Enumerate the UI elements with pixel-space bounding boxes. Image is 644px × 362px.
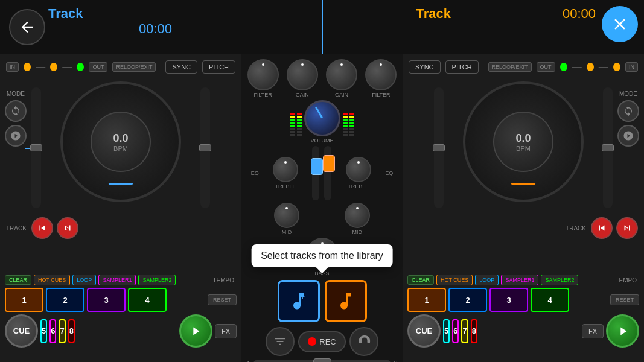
filter-right-label: FILTER [372, 92, 390, 98]
track-right-label: Track [416, 6, 451, 22]
right-pitch-slider[interactable] [603, 87, 613, 208]
right-cue-button[interactable]: CUE [407, 314, 441, 348]
right-track-label: TRACK [566, 225, 586, 232]
right-play-button[interactable] [606, 314, 639, 348]
right-pad-8[interactable]: 8 [471, 319, 477, 343]
left-jog-marker [109, 183, 133, 185]
left-hot-cues-tab[interactable]: HOT CUES [34, 275, 70, 285]
left-pad-5[interactable]: 5 [40, 319, 47, 343]
right-pad-4[interactable]: 4 [531, 288, 569, 312]
left-jog-display: 0.0 BPM [91, 112, 151, 172]
right-out-button[interactable]: OUT [537, 62, 555, 72]
library-tooltip: Select tracks from the library [251, 244, 393, 267]
volume-knob-section[interactable]: VOLUME [304, 100, 340, 144]
headphones-button[interactable] [349, 327, 378, 356]
left-clear-button[interactable]: CLEAR [5, 275, 31, 285]
right-sampler1-tab[interactable]: SAMPLER1 [501, 275, 538, 285]
right-pad-2[interactable]: 2 [448, 288, 487, 312]
tooltip-text: Select tracks from the library [261, 250, 383, 261]
left-loop-tab[interactable]: LOOP [72, 275, 96, 285]
left-track-label: TRACK [6, 225, 27, 232]
left-next-button[interactable] [57, 217, 78, 239]
filter-left-knob[interactable]: FILTER [247, 59, 279, 98]
right-mode-btn-2[interactable] [617, 125, 639, 147]
filter-right-knob[interactable]: FILTER [365, 59, 397, 98]
right-led-yellow [613, 63, 620, 71]
back-button[interactable] [9, 9, 45, 45]
mid-right-knob[interactable]: MID [345, 203, 370, 235]
left-pitch-button[interactable]: PITCH [202, 60, 235, 74]
right-pad-6[interactable]: 6 [452, 319, 459, 343]
right-sync-button[interactable]: SYNC [409, 60, 441, 74]
left-reset-button[interactable]: RESET [208, 294, 237, 305]
right-jog-wheel[interactable]: 0.0 BPM [463, 81, 584, 202]
left-library-button[interactable]: + [278, 280, 320, 322]
left-pitch-handle [30, 144, 42, 151]
right-led-yellow2 [587, 63, 594, 71]
left-pad-1[interactable]: 1 [5, 288, 43, 312]
right-hot-cues-tab[interactable]: HOT CUES [436, 275, 473, 285]
left-in-button[interactable]: IN [6, 62, 19, 72]
left-mode-btn-1[interactable] [5, 100, 27, 122]
track-left-label: Track [48, 6, 83, 22]
treble-right-knob[interactable]: TREBLE [346, 157, 371, 189]
right-in-button[interactable]: IN [625, 62, 638, 72]
left-pitch-mark [25, 148, 30, 149]
left-channel-fader[interactable] [312, 146, 319, 200]
volume-label: VOLUME [310, 138, 333, 144]
mid-right-label: MID [352, 229, 363, 235]
right-loop-tab[interactable]: LOOP [475, 275, 499, 285]
right-pitch-slider-left[interactable] [434, 87, 444, 208]
left-prev-button[interactable] [31, 217, 53, 239]
left-jog-wheel[interactable]: 0.0 BPM [60, 81, 181, 202]
left-pad-8[interactable]: 8 [68, 319, 75, 343]
treble-right-label: TREBLE [348, 183, 369, 189]
rec-button[interactable]: REC [298, 331, 345, 352]
right-mode-btn-1[interactable] [617, 100, 639, 122]
right-next-button[interactable] [616, 217, 638, 239]
right-pad-7[interactable]: 7 [461, 319, 468, 343]
left-out-button[interactable]: OUT [89, 62, 107, 72]
gain-right-knob[interactable]: GAIN [326, 59, 357, 98]
right-reset-button[interactable]: RESET [610, 294, 639, 305]
right-jog-marker [511, 183, 535, 185]
close-button[interactable] [602, 6, 638, 42]
right-reloop-button[interactable]: RELOOP/EXIT [488, 62, 532, 72]
left-pad-2[interactable]: 2 [46, 288, 84, 312]
left-fx-button[interactable]: FX [215, 324, 237, 338]
left-pad-7[interactable]: 7 [59, 319, 65, 343]
right-channel-fader[interactable] [324, 146, 331, 200]
equalizer-button[interactable] [266, 327, 295, 356]
right-pitch-button[interactable]: PITCH [445, 60, 479, 74]
center-divider [322, 0, 323, 54]
left-pad-6[interactable]: 6 [49, 319, 56, 343]
left-cue-button[interactable]: CUE [5, 314, 38, 348]
right-clear-button[interactable]: CLEAR [407, 275, 434, 285]
left-sampler1-tab[interactable]: SAMPLER1 [98, 275, 136, 285]
left-sync-button[interactable]: SYNC [165, 60, 197, 74]
left-reloop-button[interactable]: RELOOP/EXIT [112, 62, 156, 72]
treble-left-knob[interactable]: TREBLE [273, 157, 298, 189]
left-pitch-slider-right[interactable] [200, 87, 210, 208]
right-prev-button[interactable] [591, 217, 613, 239]
right-sampler2-tab[interactable]: SAMPLER2 [541, 275, 578, 285]
left-mode-btn-2[interactable] [5, 125, 27, 147]
mid-left-knob[interactable]: MID [274, 203, 299, 235]
left-pad-3[interactable]: 3 [87, 288, 126, 312]
right-pad-3[interactable]: 3 [489, 288, 528, 312]
left-pad-4[interactable]: 4 [128, 288, 167, 312]
left-pitch-slider[interactable] [31, 87, 41, 208]
right-pad-1[interactable]: 1 [407, 288, 446, 312]
left-deck: IN — — OUT RELOOP/EXIT SYNC PITCH MODE [0, 54, 241, 362]
left-sampler2-tab[interactable]: SAMPLER2 [138, 275, 176, 285]
right-fx-button[interactable]: FX [582, 324, 604, 338]
gain-left-knob[interactable]: GAIN [287, 59, 318, 98]
eq-left-label: EQ [251, 170, 259, 176]
svg-text:+: + [301, 293, 305, 301]
rec-label: REC [319, 337, 336, 346]
right-led-green [560, 63, 567, 71]
channel-faders [312, 146, 331, 200]
right-library-button[interactable] [325, 280, 367, 322]
left-play-button[interactable] [179, 314, 212, 348]
right-pad-5[interactable]: 5 [443, 319, 450, 343]
